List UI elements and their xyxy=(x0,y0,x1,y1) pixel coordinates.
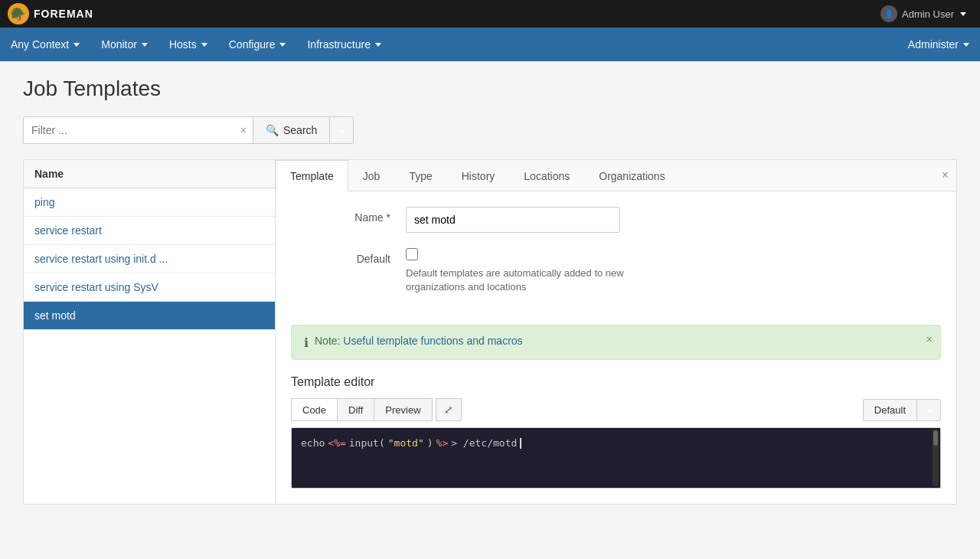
administer-caret-icon xyxy=(963,43,969,47)
list-header: Name xyxy=(24,160,275,188)
search-dropdown-caret-icon xyxy=(339,130,345,134)
note-box: ℹ Note: Useful template functions and ma… xyxy=(291,325,941,360)
info-icon: ℹ xyxy=(304,335,309,350)
editor-preview-button[interactable]: Preview xyxy=(374,398,432,421)
filter-input[interactable] xyxy=(23,116,253,144)
page-content: Job Templates × 🔍 Search Name ping servi… xyxy=(0,61,980,520)
hosts-caret-icon xyxy=(201,43,207,47)
note-close-button[interactable]: × xyxy=(926,333,933,345)
page-title: Job Templates xyxy=(23,77,957,101)
top-nav-right: 👤 Admin User xyxy=(874,2,972,25)
default-checkbox-wrap: Default templates are automatically adde… xyxy=(406,248,651,294)
any-context-caret-icon xyxy=(74,43,80,47)
nav-item-infrastructure[interactable]: Infrastructure xyxy=(296,28,391,61)
code-scrollbar-thumb xyxy=(933,430,938,446)
admin-user-button[interactable]: 👤 Admin User xyxy=(874,2,972,25)
default-label: Default xyxy=(299,248,390,265)
configure-caret-icon xyxy=(279,43,286,47)
brand: 🪖 FOREMAN xyxy=(8,3,93,25)
nav-item-administer[interactable]: Administer xyxy=(897,28,980,61)
name-label: Name * xyxy=(299,207,390,224)
list-item[interactable]: service restart xyxy=(24,217,275,245)
brand-logo: 🪖 xyxy=(8,3,29,25)
list-panel: Name ping service restart service restar… xyxy=(23,159,276,505)
tab-job[interactable]: Job xyxy=(348,160,395,191)
search-button[interactable]: 🔍 Search xyxy=(253,116,329,144)
list-item-selected[interactable]: set motd xyxy=(24,302,275,330)
tabs: Template Job Type History Locations Orga… xyxy=(276,160,956,191)
infrastructure-label: Infrastructure xyxy=(307,38,370,51)
form-group-name: Name * xyxy=(299,207,933,233)
code-editor[interactable]: echo <%= input( "motd" ) %> > /etc/motd xyxy=(291,427,941,489)
note-link[interactable]: Useful template functions and macros xyxy=(343,335,522,347)
editor-expand-button[interactable]: ⤢ xyxy=(436,398,462,421)
top-navbar: 🪖 FOREMAN 👤 Admin User xyxy=(0,0,980,28)
detail-panel: Template Job Type History Locations Orga… xyxy=(276,159,957,505)
admin-user-label: Admin User xyxy=(902,8,954,20)
avatar: 👤 xyxy=(880,5,897,22)
brand-name: FOREMAN xyxy=(34,8,93,20)
filter-input-wrap: × xyxy=(23,116,253,144)
monitor-caret-icon xyxy=(142,43,148,47)
tab-history[interactable]: History xyxy=(447,160,510,191)
editor-diff-button[interactable]: Diff xyxy=(337,398,374,421)
editor-default-select: Default xyxy=(863,399,941,421)
nav-item-monitor[interactable]: Monitor xyxy=(90,28,158,61)
editor-default-caret-button[interactable] xyxy=(916,399,941,421)
tab-organizations[interactable]: Organizations xyxy=(584,160,679,191)
note-text: Note: Useful template functions and macr… xyxy=(315,335,523,347)
code-input-fn: input( xyxy=(349,437,385,449)
list-item[interactable]: service restart using init.d ... xyxy=(24,245,275,273)
administer-label: Administer xyxy=(908,38,959,51)
close-panel-button[interactable]: × xyxy=(942,168,949,182)
tab-type[interactable]: Type xyxy=(394,160,446,191)
editor-code-button[interactable]: Code xyxy=(291,398,337,421)
nav-item-configure[interactable]: Configure xyxy=(218,28,297,61)
tab-locations[interactable]: Locations xyxy=(509,160,584,191)
brand-logo-icon: 🪖 xyxy=(11,7,27,21)
list-item[interactable]: ping xyxy=(24,188,275,217)
editor-default-caret-icon xyxy=(926,410,933,414)
code-motd-string: "motd" xyxy=(388,437,424,449)
editor-default-button[interactable]: Default xyxy=(863,399,916,421)
tab-template[interactable]: Template xyxy=(276,160,348,191)
configure-label: Configure xyxy=(229,38,276,51)
search-icon: 🔍 xyxy=(266,124,279,136)
filter-clear-button[interactable]: × xyxy=(240,125,247,136)
nav-item-any-context[interactable]: Any Context xyxy=(0,28,90,61)
code-open-tag: <%= xyxy=(328,437,345,449)
any-context-label: Any Context xyxy=(11,38,69,51)
main-layout: Name ping service restart service restar… xyxy=(23,159,957,505)
code-close-paren: ) xyxy=(427,437,433,449)
name-input[interactable] xyxy=(406,207,620,233)
editor-section: Template editor Code Diff Preview ⤢ Defa… xyxy=(276,375,956,504)
filter-bar: × 🔍 Search xyxy=(23,116,957,144)
code-redirect: > /etc/motd xyxy=(451,437,517,449)
code-close-tag: %> xyxy=(436,437,449,449)
editor-toolbar-left: Code Diff Preview ⤢ xyxy=(291,398,462,421)
default-help-text: Default templates are automatically adde… xyxy=(406,266,651,294)
default-checkbox[interactable] xyxy=(406,248,418,260)
hosts-label: Hosts xyxy=(169,38,197,51)
form-group-default: Default Default templates are automatica… xyxy=(299,248,933,294)
tab-content: Name * Default Default templates are aut… xyxy=(276,191,956,325)
code-line: echo <%= input( "motd" ) %> > /etc/motd xyxy=(301,437,931,449)
main-navbar: Any Context Monitor Hosts Configure Infr… xyxy=(0,28,980,61)
note-prefix: Note: xyxy=(315,335,343,347)
search-label: Search xyxy=(283,124,317,136)
list-item[interactable]: service restart using SysV xyxy=(24,273,275,302)
nav-item-hosts[interactable]: Hosts xyxy=(158,28,218,61)
code-echo: echo xyxy=(301,437,325,449)
cursor xyxy=(520,438,521,449)
search-dropdown-button[interactable] xyxy=(329,116,354,144)
code-scrollbar[interactable] xyxy=(933,430,939,486)
editor-toolbar: Code Diff Preview ⤢ Default xyxy=(291,398,941,421)
infrastructure-caret-icon xyxy=(375,43,381,47)
monitor-label: Monitor xyxy=(101,38,137,51)
editor-section-title: Template editor xyxy=(291,375,941,389)
admin-caret-icon xyxy=(960,12,966,16)
